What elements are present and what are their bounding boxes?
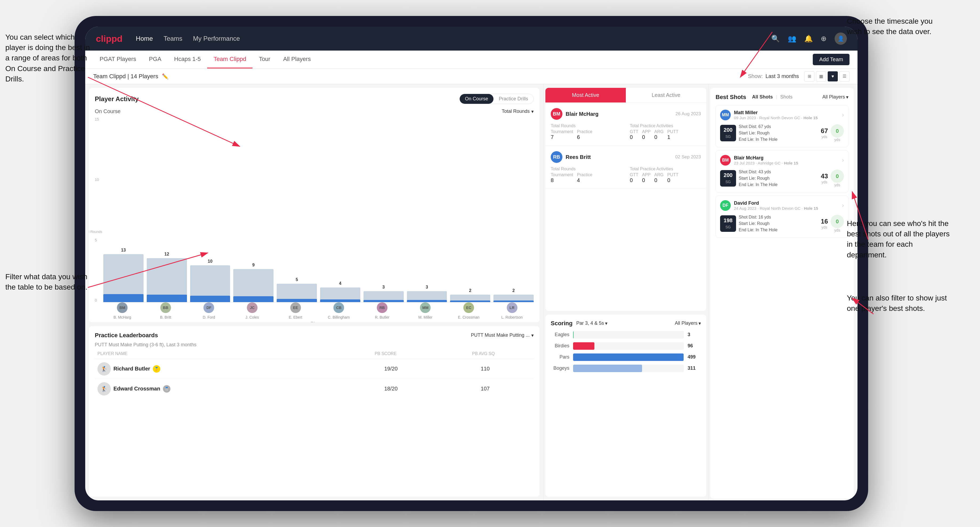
scoring-players-filter[interactable]: All Players ▾	[675, 321, 701, 326]
main-content: Player Activity On Course Practice Drill…	[85, 84, 858, 500]
scoring-bars: Eagles 3 Birdies 96	[551, 331, 701, 372]
tournament-value-1: 7	[551, 134, 573, 140]
eagles-label: Eagles	[551, 332, 570, 338]
shot-yards-value-3: 16	[821, 218, 828, 225]
player-avatar-4: JC	[233, 302, 271, 313]
scoring-players-chevron-icon: ▾	[698, 321, 701, 326]
practice-row-2: 🏌️ Edward Crossman 🥈 18/20 107	[95, 379, 534, 399]
chart-filter[interactable]: Total Rounds ▾	[502, 109, 534, 114]
top-nav: clippd Home Teams My Performance 🔍 👥 🔔 ⊕…	[85, 27, 858, 51]
bar-value-3: 10	[208, 259, 213, 264]
scoring-filter[interactable]: Par 3, 4 & 5s ▾	[576, 321, 608, 326]
scoring-title: Scoring	[551, 320, 573, 327]
least-active-tab[interactable]: Least Active	[626, 88, 706, 103]
bar-value-9: 2	[469, 288, 471, 293]
shot-card-header-2: BM Blair McHarg 23 Jul 2023 · Ashridge G…	[720, 155, 844, 165]
activity-stat-group-2a: Total Rounds Tournament 8 Practice 4	[551, 167, 622, 183]
app-value-1: 0	[642, 134, 651, 140]
total-practice-label-2: Total Practice Activities	[630, 167, 701, 171]
search-icon[interactable]: 🔍	[771, 35, 780, 43]
shot-card-3[interactable]: DF David Ford 24 Aug 2023 · Royal North …	[716, 195, 848, 238]
bar-5	[277, 284, 317, 302]
bar-group-8: 3	[407, 285, 447, 302]
activity-stat-row-1b: GTT 0 APP 0 ARG 0	[630, 129, 701, 140]
edit-icon[interactable]: ✏️	[162, 73, 169, 79]
heart-view-icon[interactable]: ♥	[828, 71, 838, 81]
shot-dist-2: Shot Dist: 43 yds	[739, 169, 818, 175]
subnav-all-players[interactable]: All Players	[277, 51, 317, 68]
arg-value-1: 0	[654, 134, 663, 140]
activity-title: Player Activity	[95, 95, 139, 103]
player-avatar-5: EE	[277, 302, 315, 313]
nav-item-my-performance[interactable]: My Performance	[193, 35, 240, 42]
shot-location-3: 24 Aug 2023 · Royal North Devon GC · Hol…	[734, 206, 842, 211]
all-players-label: All Players	[822, 94, 845, 100]
add-team-button[interactable]: Add Team	[813, 54, 850, 65]
shot-desc-2: Shot Dist: 43 yds Start Lie: Rough End L…	[739, 169, 818, 188]
activity-date-2: 02 Sep 2023	[675, 154, 701, 160]
bar-4	[233, 269, 274, 302]
gtt-label-1: GTT	[630, 129, 638, 134]
subnav-pgat-players[interactable]: PGAT Players	[93, 51, 142, 68]
activity-stat-row-2b: GTT 0 APP 0 ARG 0	[630, 173, 701, 183]
shot-card-1[interactable]: MM Matt Miller 09 Jun 2023 · Royal North…	[716, 105, 848, 147]
x-label-8: M. Miller	[406, 315, 444, 319]
subnav-team-clippd[interactable]: Team Clippd	[207, 51, 253, 68]
tournament-label-2: Tournament	[551, 173, 573, 177]
activity-date-1: 26 Aug 2023	[676, 111, 701, 117]
subnav-tour[interactable]: Tour	[253, 51, 277, 68]
practice-value-2: 4	[577, 177, 593, 183]
practice-label-2: Practice	[577, 173, 593, 177]
y-axis-title: Total Rounds	[89, 230, 102, 234]
shot-start-lie-3: Start Lie: Rough	[739, 221, 818, 227]
shot-pin-unit-3: yds	[830, 228, 844, 232]
practice-row-1: 🏌️ Richard Butler 🥇 19/20 110	[95, 359, 534, 379]
nav-item-teams[interactable]: Teams	[164, 35, 182, 42]
shot-end-lie-2: End Lie: In The Hole	[739, 181, 818, 188]
shot-dist-3: Shot Dist: 16 yds	[739, 214, 818, 221]
users-icon[interactable]: 👥	[788, 35, 796, 43]
player-avg-2: 107	[439, 386, 531, 392]
shot-player-name-3: David Ford	[734, 200, 842, 206]
bell-icon[interactable]: 🔔	[804, 35, 813, 43]
shot-score-badge-1: 200SG	[720, 125, 736, 141]
bar-9	[450, 295, 490, 302]
on-course-toggle[interactable]: On Course	[460, 94, 493, 104]
nav-avatar[interactable]: 👤	[835, 32, 847, 45]
eagles-bar-container	[573, 331, 684, 338]
team-header: Team Clippd | 14 Players ✏️ Show: Last 3…	[85, 69, 858, 84]
annotation-bottom-left-text: Filter what data you wish the table to b…	[5, 273, 88, 291]
scoring-section: Scoring Par 3, 4 & 5s ▾ All Players ▾	[546, 314, 706, 497]
all-shots-tab[interactable]: All Shots	[749, 93, 776, 101]
scoring-row-bogeys: Bogeys 311	[551, 365, 701, 372]
all-players-filter[interactable]: All Players ▾	[822, 94, 848, 100]
player-avatar-9: EC	[450, 302, 488, 313]
shot-yards-value-2: 43	[821, 173, 828, 180]
most-active-tab[interactable]: Most Active	[546, 88, 626, 103]
list-view-icon[interactable]: ☰	[839, 71, 850, 81]
tile-view-icon[interactable]: ▦	[816, 71, 826, 81]
bar-6	[320, 287, 360, 302]
grid-view-icon[interactable]: ⊞	[804, 71, 815, 81]
nav-item-home[interactable]: Home	[136, 35, 153, 42]
subnav-pga[interactable]: PGA	[142, 51, 167, 68]
player-avatar-8: MM	[406, 302, 444, 313]
practice-label-1: Practice	[577, 129, 593, 134]
show-select[interactable]: Last 3 months	[765, 73, 799, 79]
shot-pin-unit-1: yds	[830, 138, 844, 142]
x-axis-labels: B. McHarg B. Britt D. Ford J. Coles E. E…	[103, 315, 534, 320]
player-activity-section: Player Activity On Course Practice Drill…	[89, 88, 539, 322]
subnav-hcaps[interactable]: Hcaps 1-5	[168, 51, 207, 68]
shots-tab[interactable]: Shots	[777, 93, 796, 101]
annotation-right-bottom: You can also filter to show just one pla…	[847, 293, 959, 314]
total-rounds-label-2: Total Rounds	[551, 167, 622, 171]
practice-drills-toggle[interactable]: Practice Drills	[493, 94, 533, 104]
bar-group-10: 2	[493, 288, 534, 302]
scoring-row-birdies: Birdies 96	[551, 342, 701, 350]
activity-card-2: RB Rees Britt 02 Sep 2023 Total Rounds T…	[546, 146, 706, 189]
annotation-top-right: Choose the timescale you wish to see the…	[847, 16, 948, 37]
plus-circle-icon[interactable]: ⊕	[821, 35, 827, 43]
nav-icons: 🔍 👥 🔔 ⊕ 👤	[771, 32, 847, 45]
shot-card-2[interactable]: BM Blair McHarg 23 Jul 2023 · Ashridge G…	[716, 151, 848, 192]
practice-filter[interactable]: PUTT Must Make Putting ... ▾	[471, 332, 534, 338]
